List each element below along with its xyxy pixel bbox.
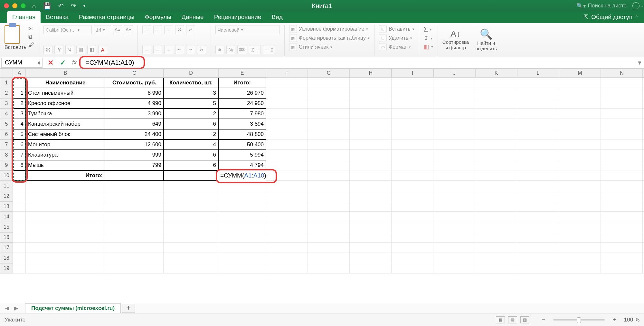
share-button[interactable]: ⇱ Общий доступ ⌃ [583, 13, 639, 21]
cell[interactable] [601, 139, 643, 150]
row-header[interactable]: 5 [0, 119, 13, 129]
cell[interactable] [392, 243, 433, 253]
cell[interactable] [643, 170, 644, 181]
cell[interactable] [517, 181, 559, 191]
cell[interactable] [266, 170, 308, 181]
cell[interactable] [433, 222, 475, 232]
cell[interactable] [475, 98, 517, 109]
cell[interactable]: 50 400 [218, 139, 266, 150]
cell[interactable] [392, 263, 433, 273]
cell[interactable] [105, 170, 164, 181]
cell[interactable]: 2 [164, 129, 218, 139]
cell[interactable] [475, 263, 517, 273]
zoom-out-button[interactable]: − [540, 316, 547, 323]
cell[interactable] [105, 232, 164, 243]
cell[interactable] [643, 201, 644, 212]
cell[interactable] [517, 160, 559, 170]
cell[interactable] [164, 253, 218, 263]
col-header[interactable]: O [643, 69, 644, 78]
cell[interactable] [601, 253, 643, 263]
col-header[interactable]: F [266, 69, 308, 78]
cell[interactable] [433, 181, 475, 191]
cell[interactable] [164, 170, 218, 181]
sort-filter-button[interactable]: Сортировка и фильтр [442, 39, 469, 51]
save-icon[interactable]: 💾 [43, 2, 51, 10]
cell[interactable] [350, 119, 392, 129]
zoom-window-button[interactable] [21, 3, 26, 8]
find-select-icon[interactable]: 🔍 [475, 28, 497, 40]
increase-decimal-button[interactable]: .0→ [249, 45, 261, 54]
cell[interactable] [105, 243, 164, 253]
cell[interactable] [218, 212, 266, 222]
undo-icon[interactable]: ↶ [58, 2, 64, 10]
cell[interactable] [392, 201, 433, 212]
cell[interactable]: 3 [164, 88, 218, 98]
tab-data[interactable]: Данные [176, 11, 209, 23]
cell[interactable] [392, 170, 433, 181]
cell[interactable] [559, 160, 601, 170]
cell[interactable] [517, 232, 559, 243]
col-header[interactable]: A [13, 69, 26, 78]
cell[interactable] [517, 222, 559, 232]
cell[interactable] [308, 109, 350, 119]
home-icon[interactable]: ⌂ [32, 2, 36, 10]
cell[interactable] [350, 263, 392, 273]
zoom-in-button[interactable]: + [611, 316, 618, 323]
cell[interactable] [350, 139, 392, 150]
cell[interactable]: 26 970 [218, 88, 266, 98]
cell[interactable] [643, 222, 644, 232]
cell[interactable] [13, 232, 26, 243]
name-box[interactable]: СУММ ▲▼ [1, 58, 43, 68]
cell[interactable] [13, 243, 26, 253]
cell[interactable] [517, 88, 559, 98]
cell[interactable] [266, 129, 308, 139]
cell[interactable] [308, 160, 350, 170]
cell[interactable] [643, 88, 644, 98]
cell[interactable]: 8 [13, 160, 26, 170]
cell[interactable]: Наименование [26, 78, 105, 88]
cell[interactable]: 8 990 [105, 88, 164, 98]
cell[interactable] [164, 201, 218, 212]
cell[interactable] [433, 139, 475, 150]
cell[interactable] [164, 243, 218, 253]
cell[interactable] [643, 119, 644, 129]
cell[interactable] [643, 263, 644, 273]
cell[interactable] [517, 243, 559, 253]
align-bottom-button[interactable]: ≡ [164, 25, 173, 34]
wrap-text-button[interactable]: ↩ [186, 25, 195, 34]
view-page-break-button[interactable]: ▥ [520, 316, 529, 323]
cell[interactable] [392, 150, 433, 160]
cell[interactable] [601, 78, 643, 88]
row-header[interactable]: 4 [0, 109, 13, 119]
cell[interactable] [601, 119, 643, 129]
cell[interactable] [559, 150, 601, 160]
cell[interactable] [601, 129, 643, 139]
cell[interactable] [266, 212, 308, 222]
cell[interactable] [392, 139, 433, 150]
cell[interactable]: 48 800 [218, 129, 266, 139]
cell[interactable] [559, 88, 601, 98]
view-normal-button[interactable]: ▦ [496, 316, 505, 323]
format-painter-icon[interactable]: 🖌 [28, 42, 34, 48]
number-format-select[interactable]: Числовой▾ [215, 25, 280, 34]
tab-view[interactable]: Вид [266, 11, 288, 23]
cell[interactable] [392, 253, 433, 263]
cell[interactable] [218, 243, 266, 253]
cell[interactable] [601, 201, 643, 212]
cell[interactable]: Итого: [218, 78, 266, 88]
cell[interactable] [164, 212, 218, 222]
cell[interactable] [105, 191, 164, 201]
grow-font-button[interactable]: A▴ [113, 25, 122, 34]
underline-button[interactable]: Ч [65, 45, 74, 54]
cell[interactable] [308, 222, 350, 232]
fill-icon[interactable]: ↧ [424, 35, 429, 42]
cell[interactable]: 6 [164, 119, 218, 129]
cell[interactable] [643, 160, 644, 170]
cell[interactable] [643, 129, 644, 139]
cell[interactable] [392, 222, 433, 232]
row-header[interactable]: 18 [0, 253, 13, 263]
italic-button[interactable]: К [54, 45, 63, 54]
cell[interactable] [559, 98, 601, 109]
col-header[interactable]: J [433, 69, 475, 78]
formula-bar-input[interactable]: =СУММ(A1:A10) [82, 58, 635, 68]
